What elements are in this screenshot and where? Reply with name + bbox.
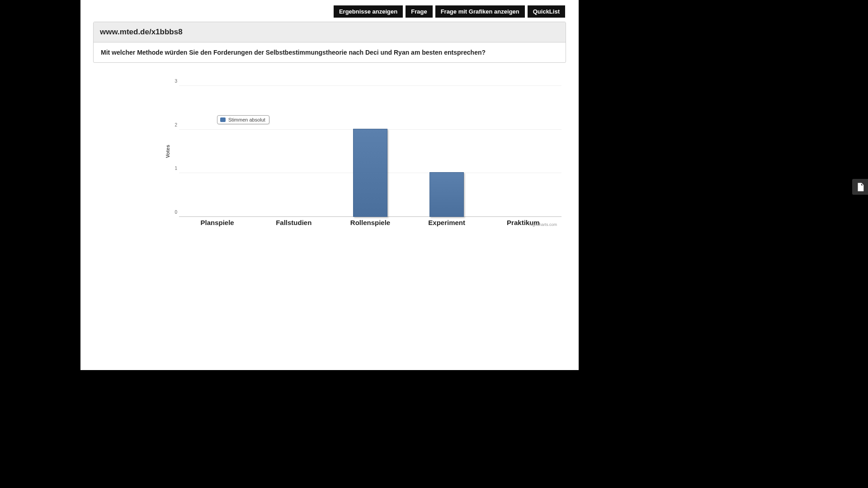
side-widget-button[interactable] <box>852 179 868 195</box>
bar-slot: Planspiele <box>179 86 255 217</box>
poll-url: www.mted.de/x1bbbs8 <box>94 22 566 42</box>
show-results-button[interactable]: Ergebnisse anzeigen <box>334 5 403 18</box>
bar-slot: Experiment <box>409 86 485 217</box>
category-label: Rollenspiele <box>350 219 390 226</box>
y-tick-0: 0 <box>169 210 177 215</box>
chart-plot: Votes 0 1 2 3 Planspiele Fallstudien <box>179 86 561 217</box>
bar-slot: Fallstudien <box>255 86 332 217</box>
category-label: Experiment <box>428 219 465 226</box>
y-tick-3: 3 <box>169 79 177 84</box>
y-tick-2: 2 <box>169 122 177 127</box>
y-tick-1: 1 <box>169 166 177 171</box>
bar-slot: Rollenspiele <box>332 86 408 217</box>
question-panel: www.mted.de/x1bbbs8 Mit welcher Methode … <box>93 22 566 63</box>
bar-slot: Praktikum <box>485 86 561 217</box>
bar-experiment <box>429 172 464 217</box>
sigma-doc-icon <box>855 182 865 192</box>
question-text: Mit welcher Methode würden Sie den Forde… <box>94 42 566 62</box>
question-with-graphics-button[interactable]: Frage mit Grafiken anzeigen <box>435 5 525 18</box>
question-button[interactable]: Frage <box>406 5 432 18</box>
category-label: Planspiele <box>200 219 234 226</box>
app-container: Ergebnisse anzeigen Frage Frage mit Graf… <box>80 0 579 370</box>
chart-area: Votes 0 1 2 3 Planspiele Fallstudien <box>93 77 566 230</box>
toolbar: Ergebnisse anzeigen Frage Frage mit Graf… <box>334 5 565 18</box>
bars-container: Planspiele Fallstudien Rollenspiele Expe… <box>179 86 561 217</box>
bar-rollenspiele <box>353 129 387 217</box>
chart-credit: Highcharts.com <box>528 222 557 227</box>
y-axis-label: Votes <box>165 145 170 158</box>
legend-swatch-icon <box>220 117 226 122</box>
legend-label: Stimmen absolut <box>228 117 265 122</box>
quicklist-button[interactable]: QuickList <box>528 5 565 18</box>
category-label: Fallstudien <box>276 219 311 226</box>
chart-legend[interactable]: Stimmen absolut <box>217 115 269 124</box>
